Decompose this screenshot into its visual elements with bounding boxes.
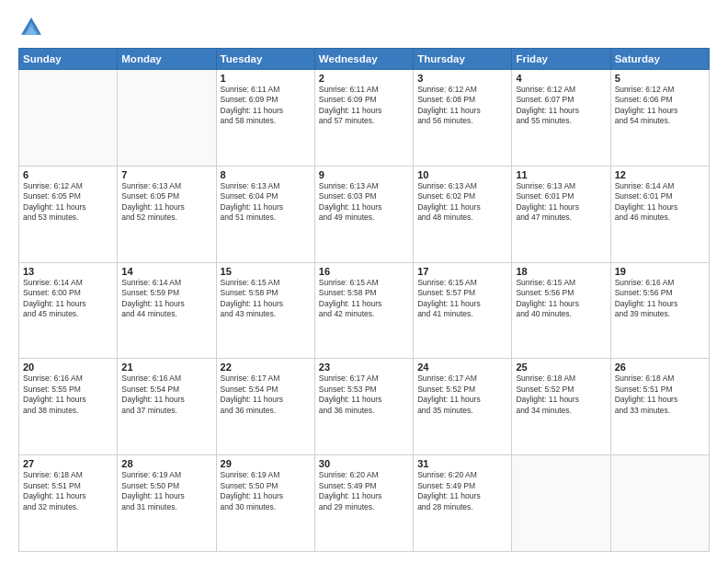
calendar-cell: 20Sunrise: 6:16 AMSunset: 5:55 PMDayligh… (19, 359, 118, 455)
day-info: Sunrise: 6:16 AMSunset: 5:54 PMDaylight:… (121, 373, 211, 416)
weekday-header-wednesday: Wednesday (314, 49, 413, 70)
day-number: 2 (319, 73, 409, 84)
day-info: Sunrise: 6:18 AMSunset: 5:51 PMDaylight:… (23, 470, 113, 512)
calendar-cell: 13Sunrise: 6:14 AMSunset: 6:00 PMDayligh… (19, 262, 118, 359)
calendar-cell: 18Sunrise: 6:15 AMSunset: 5:56 PMDayligh… (512, 262, 610, 359)
day-info: Sunrise: 6:19 AMSunset: 5:50 PMDaylight:… (121, 470, 211, 512)
day-info: Sunrise: 6:11 AMSunset: 6:09 PMDaylight:… (319, 85, 409, 127)
calendar-table: SundayMondayTuesdayWednesdayThursdayFrid… (18, 48, 710, 552)
day-number: 30 (319, 458, 409, 469)
day-number: 26 (615, 362, 705, 373)
week-row-3: 20Sunrise: 6:16 AMSunset: 5:55 PMDayligh… (19, 359, 710, 455)
weekday-header-tuesday: Tuesday (216, 49, 314, 70)
day-number: 11 (516, 169, 606, 180)
calendar-cell: 9Sunrise: 6:13 AMSunset: 6:03 PMDaylight… (314, 166, 413, 262)
day-info: Sunrise: 6:18 AMSunset: 5:52 PMDaylight:… (516, 373, 606, 416)
calendar-cell: 29Sunrise: 6:19 AMSunset: 5:50 PMDayligh… (216, 455, 314, 552)
day-info: Sunrise: 6:13 AMSunset: 6:01 PMDaylight:… (516, 181, 606, 224)
calendar-cell: 11Sunrise: 6:13 AMSunset: 6:01 PMDayligh… (512, 166, 610, 262)
day-info: Sunrise: 6:16 AMSunset: 5:55 PMDaylight:… (23, 373, 113, 416)
day-number: 15 (221, 266, 311, 277)
weekday-header-thursday: Thursday (414, 49, 512, 70)
day-number: 25 (516, 362, 606, 373)
calendar-cell: 21Sunrise: 6:16 AMSunset: 5:54 PMDayligh… (118, 359, 216, 455)
calendar-cell: 1Sunrise: 6:11 AMSunset: 6:09 PMDaylight… (216, 70, 314, 167)
calendar-cell: 28Sunrise: 6:19 AMSunset: 5:50 PMDayligh… (118, 455, 216, 552)
calendar-cell: 31Sunrise: 6:20 AMSunset: 5:49 PMDayligh… (414, 455, 512, 552)
day-number: 21 (121, 362, 211, 373)
day-info: Sunrise: 6:19 AMSunset: 5:50 PMDaylight:… (221, 470, 311, 512)
day-number: 14 (121, 266, 211, 277)
day-info: Sunrise: 6:12 AMSunset: 6:07 PMDaylight:… (516, 85, 606, 127)
weekday-header-saturday: Saturday (610, 49, 709, 70)
day-number: 16 (319, 266, 409, 277)
week-row-1: 6Sunrise: 6:12 AMSunset: 6:05 PMDaylight… (19, 166, 710, 262)
day-info: Sunrise: 6:20 AMSunset: 5:49 PMDaylight:… (319, 470, 409, 512)
day-number: 9 (319, 169, 409, 180)
calendar-cell: 26Sunrise: 6:18 AMSunset: 5:51 PMDayligh… (610, 359, 709, 455)
day-number: 19 (615, 266, 705, 277)
day-info: Sunrise: 6:15 AMSunset: 5:56 PMDaylight:… (516, 278, 606, 320)
day-number: 4 (516, 73, 606, 84)
weekday-header-monday: Monday (118, 49, 216, 70)
day-number: 18 (516, 266, 606, 277)
calendar-cell: 6Sunrise: 6:12 AMSunset: 6:05 PMDaylight… (19, 166, 118, 262)
day-number: 20 (23, 362, 113, 373)
day-number: 17 (417, 266, 507, 277)
day-number: 8 (221, 169, 311, 180)
calendar-cell: 17Sunrise: 6:15 AMSunset: 5:57 PMDayligh… (414, 262, 512, 359)
day-info: Sunrise: 6:18 AMSunset: 5:51 PMDaylight:… (615, 373, 705, 416)
day-number: 3 (417, 73, 507, 84)
day-info: Sunrise: 6:15 AMSunset: 5:58 PMDaylight:… (319, 278, 409, 320)
calendar-cell: 7Sunrise: 6:13 AMSunset: 6:05 PMDaylight… (118, 166, 216, 262)
header (18, 15, 710, 40)
calendar-cell (512, 455, 610, 552)
day-number: 23 (319, 362, 409, 373)
day-number: 31 (417, 458, 507, 469)
day-info: Sunrise: 6:15 AMSunset: 5:58 PMDaylight:… (221, 278, 311, 320)
day-number: 1 (221, 73, 311, 84)
calendar-cell: 12Sunrise: 6:14 AMSunset: 6:01 PMDayligh… (610, 166, 709, 262)
day-info: Sunrise: 6:11 AMSunset: 6:09 PMDaylight:… (221, 85, 311, 127)
calendar-cell (19, 70, 118, 167)
day-number: 10 (417, 169, 507, 180)
calendar-cell: 16Sunrise: 6:15 AMSunset: 5:58 PMDayligh… (314, 262, 413, 359)
weekday-header-friday: Friday (512, 49, 610, 70)
day-info: Sunrise: 6:13 AMSunset: 6:05 PMDaylight:… (121, 181, 211, 224)
day-number: 12 (615, 169, 705, 180)
day-info: Sunrise: 6:12 AMSunset: 6:08 PMDaylight:… (417, 85, 507, 127)
day-info: Sunrise: 6:20 AMSunset: 5:49 PMDaylight:… (417, 470, 507, 512)
day-number: 27 (23, 458, 113, 469)
day-number: 6 (23, 169, 113, 180)
day-number: 29 (221, 458, 311, 469)
calendar-cell: 25Sunrise: 6:18 AMSunset: 5:52 PMDayligh… (512, 359, 610, 455)
calendar-cell: 30Sunrise: 6:20 AMSunset: 5:49 PMDayligh… (314, 455, 413, 552)
day-info: Sunrise: 6:17 AMSunset: 5:52 PMDaylight:… (417, 373, 507, 416)
day-info: Sunrise: 6:13 AMSunset: 6:03 PMDaylight:… (319, 181, 409, 224)
day-number: 13 (23, 266, 113, 277)
calendar-cell: 5Sunrise: 6:12 AMSunset: 6:06 PMDaylight… (610, 70, 709, 167)
weekday-header-row: SundayMondayTuesdayWednesdayThursdayFrid… (19, 49, 710, 70)
calendar-cell: 23Sunrise: 6:17 AMSunset: 5:53 PMDayligh… (314, 359, 413, 455)
calendar-cell: 2Sunrise: 6:11 AMSunset: 6:09 PMDaylight… (314, 70, 413, 167)
day-number: 28 (121, 458, 211, 469)
day-info: Sunrise: 6:13 AMSunset: 6:02 PMDaylight:… (417, 181, 507, 224)
calendar-cell: 3Sunrise: 6:12 AMSunset: 6:08 PMDaylight… (414, 70, 512, 167)
day-info: Sunrise: 6:17 AMSunset: 5:54 PMDaylight:… (221, 373, 311, 416)
week-row-0: 1Sunrise: 6:11 AMSunset: 6:09 PMDaylight… (19, 70, 710, 167)
day-info: Sunrise: 6:14 AMSunset: 6:01 PMDaylight:… (615, 181, 705, 224)
day-number: 7 (121, 169, 211, 180)
calendar-cell: 19Sunrise: 6:16 AMSunset: 5:56 PMDayligh… (610, 262, 709, 359)
calendar-cell (118, 70, 216, 167)
day-info: Sunrise: 6:14 AMSunset: 6:00 PMDaylight:… (23, 278, 113, 320)
day-info: Sunrise: 6:16 AMSunset: 5:56 PMDaylight:… (615, 278, 705, 320)
calendar-cell: 27Sunrise: 6:18 AMSunset: 5:51 PMDayligh… (19, 455, 118, 552)
calendar-cell (610, 455, 709, 552)
calendar-cell: 24Sunrise: 6:17 AMSunset: 5:52 PMDayligh… (414, 359, 512, 455)
day-info: Sunrise: 6:15 AMSunset: 5:57 PMDaylight:… (417, 278, 507, 320)
day-info: Sunrise: 6:17 AMSunset: 5:53 PMDaylight:… (319, 373, 409, 416)
calendar-cell: 15Sunrise: 6:15 AMSunset: 5:58 PMDayligh… (216, 262, 314, 359)
day-info: Sunrise: 6:12 AMSunset: 6:06 PMDaylight:… (615, 85, 705, 127)
day-number: 22 (221, 362, 311, 373)
logo (18, 15, 48, 40)
